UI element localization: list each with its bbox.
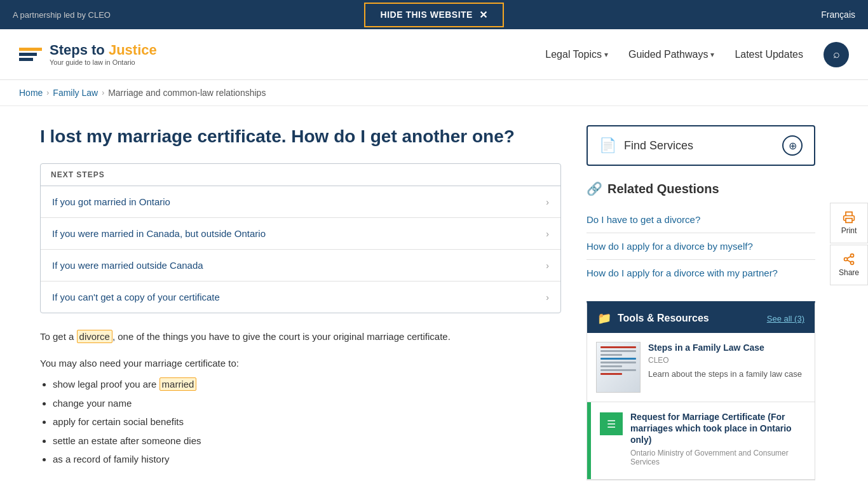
logo-bar-1 [19, 48, 42, 51]
bullet-1: show legal proof you are married [53, 376, 561, 393]
form-icon: ☰ [600, 412, 623, 435]
document-lines-icon: ☰ [607, 418, 616, 430]
next-steps-box: NEXT STEPS If you got married in Ontario… [40, 163, 561, 313]
alert-bar: A partnership led by CLEO HIDE THIS WEBS… [0, 0, 868, 29]
nav-latest-updates[interactable]: Latest Updates [735, 49, 803, 60]
divorce-highlight: divorce [77, 330, 112, 343]
chevron-right-icon: › [546, 197, 549, 207]
svg-point-2 [844, 258, 848, 261]
resource-thumbnail-1 [596, 342, 641, 393]
print-label: Print [841, 226, 857, 235]
breadcrumb-current: Marriage and common-law relationships [108, 88, 266, 98]
find-services-label: Find Services [624, 139, 693, 152]
chevron-down-icon: ▾ [604, 50, 608, 59]
bullet-list: show legal proof you are married change … [40, 376, 561, 468]
hide-website-button[interactable]: HIDE THIS WEBSITE ✕ [364, 3, 505, 27]
search-button[interactable]: ⌕ [824, 42, 849, 67]
body-para-1: To get a divorce, one of the things you … [40, 329, 561, 345]
resource-2-title: Request for Marriage Certificate (For ma… [630, 411, 806, 446]
sidebar: 📄 Find Services ⊕ 🔗 Related Questions Do… [587, 125, 815, 480]
svg-line-4 [847, 260, 851, 262]
bullet-2: change your name [53, 395, 561, 412]
share-icon [843, 253, 855, 266]
nav-legal-topics[interactable]: Legal Topics ▾ [545, 49, 608, 60]
breadcrumb-family-law[interactable]: Family Law [53, 88, 98, 98]
find-services-button[interactable]: 📄 Find Services ⊕ [587, 125, 815, 166]
tools-header: 📁 Tools & Resources See all (3) [587, 304, 815, 333]
tools-resources-section: 📁 Tools & Resources See all (3) [587, 301, 815, 480]
main-content: I lost my marriage certificate. How do I… [40, 125, 561, 480]
step-item-2[interactable]: If you were married in Canada, but outsi… [41, 218, 560, 250]
chevron-right-icon: › [546, 229, 549, 239]
bullet-5: as a record of family history [53, 451, 561, 468]
link-icon: 🔗 [587, 181, 602, 196]
see-all-link[interactable]: See all (3) [767, 314, 804, 323]
breadcrumb-sep-2: › [102, 88, 104, 97]
svg-point-1 [851, 254, 854, 257]
related-title: 🔗 Related Questions [587, 181, 815, 196]
logo-icon [19, 48, 42, 61]
chevron-right-icon: › [546, 261, 549, 271]
resource-1-desc: Learn about the steps in a family law ca… [648, 369, 806, 380]
svg-rect-0 [846, 219, 852, 223]
related-questions-section: 🔗 Related Questions Do I have to get a d… [587, 181, 815, 286]
page-title: I lost my marriage certificate. How do I… [40, 125, 561, 148]
resource-2-source: Ontario Ministry of Government and Consu… [630, 449, 806, 466]
step-item-4[interactable]: If you can't get a copy of your certific… [41, 281, 560, 313]
breadcrumb-home[interactable]: Home [19, 88, 43, 98]
related-question-3[interactable]: How do I apply for a divorce with my par… [587, 260, 815, 286]
logo-brand: Steps to Justice [50, 42, 157, 58]
breadcrumb: Home › Family Law › Marriage and common-… [0, 80, 868, 106]
main-layout: I lost my marriage certificate. How do I… [21, 106, 847, 488]
svg-line-5 [847, 256, 851, 258]
side-float-panel: Print Share [830, 203, 868, 285]
share-button[interactable]: Share [830, 245, 868, 285]
bullet-3: apply for certain social benefits [53, 414, 561, 430]
resource-card-1[interactable]: Steps in a Family Law Case CLEO Learn ab… [587, 333, 815, 402]
document-icon: 📄 [599, 137, 616, 154]
breadcrumb-sep-1: › [46, 88, 49, 97]
step-item-3[interactable]: If you were married outside Canada › [41, 250, 560, 281]
resource-card-2[interactable]: ☰ Request for Marriage Certificate (For … [587, 402, 815, 480]
chevron-right-icon: › [546, 292, 549, 302]
close-icon: ✕ [479, 9, 488, 21]
partnership-text: A partnership led by CLEO [13, 10, 111, 20]
married-highlight: married [159, 377, 197, 391]
briefcase-icon: 📁 [597, 311, 611, 325]
resource-1-source: CLEO [648, 356, 806, 365]
chevron-down-icon: ▾ [710, 50, 714, 59]
logo-tagline: Your guide to law in Ontario [50, 58, 157, 67]
francais-link[interactable]: Français [821, 10, 855, 20]
next-steps-label: NEXT STEPS [41, 164, 560, 186]
body-para-2: You may also need your marriage certific… [40, 355, 561, 468]
nav: Legal Topics ▾ Guided Pathways ▾ Latest … [545, 42, 849, 67]
logo-bar-2 [19, 53, 37, 56]
logo-link[interactable]: Steps to Justice Your guide to law in On… [19, 42, 157, 67]
step-item-1[interactable]: If you got married in Ontario › [41, 186, 560, 218]
header: Steps to Justice Your guide to law in On… [0, 29, 868, 80]
logo-text: Steps to Justice Your guide to law in On… [50, 42, 157, 67]
share-label: Share [839, 268, 859, 277]
search-icon: ⌕ [833, 48, 840, 61]
arrow-right-icon: ⊕ [782, 135, 803, 156]
nav-guided-pathways[interactable]: Guided Pathways ▾ [628, 49, 714, 60]
logo-bar-3 [19, 58, 33, 61]
bullet-4: settle an estate after someone dies [53, 433, 561, 449]
printer-icon [843, 211, 855, 224]
related-question-1[interactable]: Do I have to get a divorce? [587, 207, 815, 233]
print-button[interactable]: Print [830, 203, 868, 243]
related-question-2[interactable]: How do I apply for a divorce by myself? [587, 233, 815, 260]
svg-point-3 [851, 261, 854, 264]
resource-1-title: Steps in a Family Law Case [648, 342, 806, 353]
